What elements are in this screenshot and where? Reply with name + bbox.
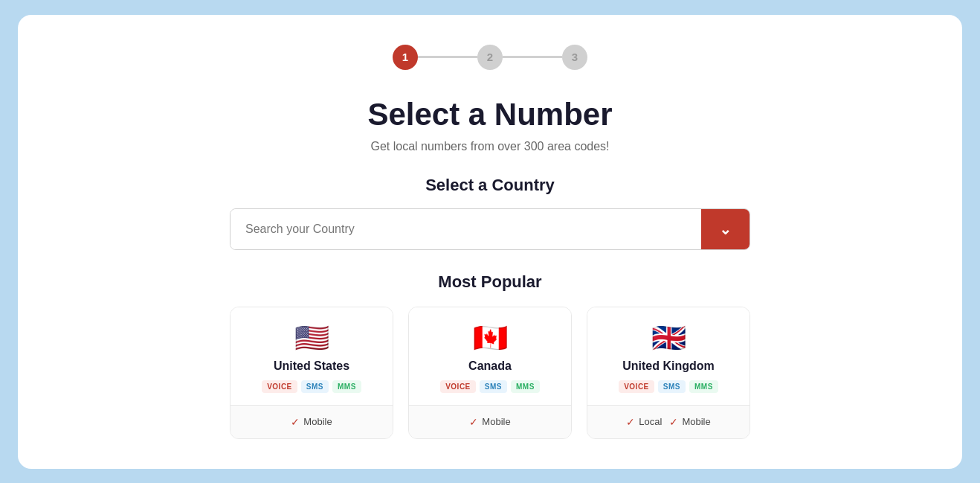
badge-sms-us: SMS: [301, 380, 329, 393]
flag-us: 🇺🇸: [294, 324, 329, 352]
mobile-label-us: Mobile: [303, 416, 332, 427]
number-type-local-uk: ✓ Local: [626, 416, 662, 428]
country-name-ca: Canada: [468, 359, 512, 373]
mobile-label-ca: Mobile: [482, 416, 510, 427]
main-card: 1 2 3 Select a Number Get local numbers …: [18, 15, 962, 469]
badge-sms-ca: SMS: [480, 380, 507, 393]
card-top-us: 🇺🇸 United States VOICE SMS MMS: [231, 307, 393, 405]
search-input[interactable]: [231, 209, 701, 249]
step-1: 1: [393, 45, 418, 70]
flag-uk: 🇬🇧: [651, 324, 686, 352]
popular-label: Most Popular: [438, 272, 541, 292]
badge-voice-us: VOICE: [262, 380, 297, 393]
badge-mms-uk: MMS: [689, 380, 718, 393]
local-label-uk: Local: [639, 416, 662, 427]
page-title: Select a Number: [367, 97, 612, 132]
step-3: 3: [562, 45, 587, 70]
check-icon-ca: ✓: [469, 416, 478, 428]
badge-mms-ca: MMS: [511, 380, 540, 393]
country-name-uk: United Kingdom: [622, 359, 715, 373]
country-cards: 🇺🇸 United States VOICE SMS MMS ✓ Mobile: [230, 307, 750, 439]
badges-ca: VOICE SMS MMS: [440, 380, 540, 393]
number-type-mobile-uk: ✓ Mobile: [669, 416, 710, 428]
country-section: Select a Country ⌄ Most Popular 🇺🇸 Unite…: [230, 176, 750, 439]
card-top-ca: 🇨🇦 Canada VOICE SMS MMS: [409, 307, 571, 405]
chevron-down-icon: ⌄: [719, 220, 732, 238]
search-dropdown-button[interactable]: ⌄: [701, 209, 749, 249]
badge-voice-uk: VOICE: [619, 380, 654, 393]
country-section-label: Select a Country: [425, 176, 555, 195]
badges-us: VOICE SMS MMS: [262, 380, 361, 393]
title-section: Select a Number Get local numbers from o…: [367, 97, 612, 153]
search-row: ⌄: [230, 208, 750, 250]
badge-voice-ca: VOICE: [440, 380, 476, 393]
number-type-mobile-ca: ✓ Mobile: [469, 416, 510, 428]
card-bottom-uk: ✓ Local ✓ Mobile: [587, 405, 749, 438]
page-subtitle: Get local numbers from over 300 area cod…: [367, 140, 612, 153]
mobile-label-uk: Mobile: [682, 416, 710, 427]
check-icon-us: ✓: [291, 416, 300, 428]
badges-uk: VOICE SMS MMS: [619, 380, 718, 393]
flag-ca: 🇨🇦: [473, 324, 508, 352]
check-icon-local-uk: ✓: [626, 416, 635, 428]
card-bottom-ca: ✓ Mobile: [409, 405, 571, 438]
country-card-us[interactable]: 🇺🇸 United States VOICE SMS MMS ✓ Mobile: [230, 307, 393, 439]
step-line-2: [503, 56, 562, 58]
step-line-1: [418, 56, 477, 58]
card-bottom-us: ✓ Mobile: [231, 405, 393, 438]
number-type-mobile-us: ✓ Mobile: [291, 416, 332, 428]
stepper: 1 2 3: [393, 45, 587, 70]
country-name-us: United States: [274, 359, 349, 373]
step-2: 2: [477, 45, 503, 70]
country-card-ca[interactable]: 🇨🇦 Canada VOICE SMS MMS ✓ Mobile: [408, 307, 572, 439]
check-icon-mobile-uk: ✓: [669, 416, 678, 428]
country-card-uk[interactable]: 🇬🇧 United Kingdom VOICE SMS MMS ✓ Local …: [587, 307, 750, 439]
card-top-uk: 🇬🇧 United Kingdom VOICE SMS MMS: [587, 307, 749, 405]
badge-sms-uk: SMS: [658, 380, 686, 393]
badge-mms-us: MMS: [332, 380, 361, 393]
